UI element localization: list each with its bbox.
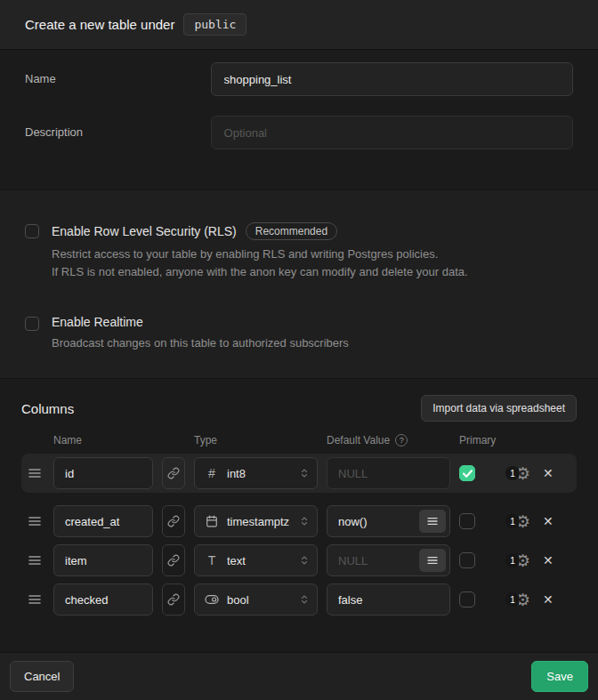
column-type-value: int8: [227, 467, 291, 480]
dialog-footer: Cancel Save: [0, 652, 598, 700]
column-settings-button[interactable]: 1 ⚙: [505, 591, 530, 608]
header-primary: Primary: [459, 434, 497, 447]
rls-checkbox[interactable]: [25, 224, 39, 238]
drag-handle-icon[interactable]: [28, 594, 44, 605]
settings-count-badge: 1: [505, 553, 520, 567]
default-value-input[interactable]: [327, 584, 449, 615]
remove-column-button[interactable]: ✕: [541, 591, 555, 607]
dialog-title: Create a new table under: [25, 17, 174, 32]
drag-handle-icon[interactable]: [28, 555, 44, 566]
table-name-input[interactable]: [211, 62, 573, 96]
drag-handle-icon[interactable]: [28, 516, 44, 527]
header-default-value: Default Value: [327, 434, 390, 447]
default-value-field: [327, 583, 450, 616]
realtime-toggle-block: Enable Realtime Broadcast changes on thi…: [25, 315, 573, 352]
description-label: Description: [25, 116, 211, 139]
schema-badge: public: [183, 13, 246, 36]
columns-header-row: Name Type Default Value ? Primary: [21, 434, 577, 447]
toggle-icon: [205, 594, 219, 605]
realtime-copy: Enable Realtime Broadcast changes on thi…: [52, 315, 573, 352]
rls-label: Enable Row Level Security (RLS): [52, 224, 237, 238]
chevrons-updown-icon: [299, 593, 310, 606]
text-icon: T: [205, 553, 219, 567]
check-icon: [463, 470, 473, 478]
chevrons-updown-icon: [299, 554, 310, 567]
drag-handle-icon[interactable]: [28, 468, 44, 479]
column-row-id: # int8 1 ⚙ ✕: [21, 454, 577, 493]
column-name-input[interactable]: [53, 544, 153, 576]
column-row-item: T text 1 ⚙ ✕: [21, 544, 577, 576]
column-type-select[interactable]: bool: [194, 583, 318, 616]
realtime-checkbox[interactable]: [25, 317, 39, 331]
column-row-checked: bool 1 ⚙ ✕: [21, 583, 577, 616]
column-name-input[interactable]: [53, 583, 153, 616]
primary-checkbox[interactable]: [459, 465, 475, 481]
create-table-dialog: Create a new table under public Name Des…: [0, 0, 598, 700]
foreign-key-button[interactable]: [162, 544, 185, 576]
column-type-select[interactable]: timestamptz: [194, 505, 318, 537]
column-name-input[interactable]: [53, 505, 153, 537]
default-value-picker-button[interactable]: [419, 549, 446, 572]
link-icon: [167, 554, 180, 567]
column-type-select[interactable]: # int8: [194, 457, 318, 489]
settings-count-badge: 1: [505, 592, 520, 607]
default-value-field: [327, 544, 450, 576]
default-value-field: [327, 505, 450, 537]
rls-description-line1: Restrict access to your table by enablin…: [52, 245, 573, 263]
chevrons-updown-icon: [299, 515, 310, 527]
recommended-badge: Recommended: [246, 222, 337, 240]
header-name: Name: [53, 434, 153, 447]
list-icon: [427, 517, 438, 526]
foreign-key-button[interactable]: [162, 583, 185, 616]
row-actions: 1 ⚙ ✕: [505, 465, 570, 482]
rls-copy: Enable Row Level Security (RLS) Recommen…: [52, 222, 573, 281]
primary-checkbox[interactable]: [459, 591, 475, 607]
column-type-value: text: [227, 554, 291, 567]
column-type-value: timestamptz: [227, 515, 291, 528]
header-type: Type: [194, 434, 318, 447]
column-type-value: bool: [227, 593, 291, 607]
foreign-key-button[interactable]: [162, 457, 185, 489]
column-settings-button[interactable]: 1 ⚙: [505, 513, 530, 530]
realtime-label: Enable Realtime: [52, 315, 143, 329]
link-icon: [167, 593, 180, 606]
description-row: Description: [25, 116, 573, 149]
primary-checkbox[interactable]: [459, 513, 475, 529]
link-icon: [167, 467, 180, 479]
rls-toggle-block: Enable Row Level Security (RLS) Recommen…: [25, 222, 573, 281]
help-icon[interactable]: ?: [395, 434, 408, 447]
settings-count-badge: 1: [505, 466, 520, 480]
columns-title: Columns: [21, 401, 74, 416]
row-actions: 1 ⚙ ✕: [505, 552, 570, 569]
table-description-input[interactable]: [211, 116, 573, 149]
settings-count-badge: 1: [505, 514, 520, 528]
default-value-input: [327, 458, 449, 488]
primary-checkbox[interactable]: [459, 552, 475, 568]
calendar-icon: [205, 515, 219, 527]
default-value-field: [327, 457, 450, 489]
foreign-key-button[interactable]: [162, 505, 185, 537]
row-actions: 1 ⚙ ✕: [505, 513, 570, 530]
remove-column-button[interactable]: ✕: [541, 465, 555, 481]
table-details-section: Name Description: [0, 49, 598, 189]
column-type-select[interactable]: T text: [194, 544, 318, 576]
default-value-picker-button[interactable]: [419, 510, 446, 533]
column-settings-button[interactable]: 1 ⚙: [505, 465, 530, 482]
chevrons-updown-icon: [299, 467, 310, 479]
column-settings-button[interactable]: 1 ⚙: [505, 552, 530, 569]
column-row-created-at: timestamptz 1 ⚙ ✕: [21, 505, 577, 537]
link-icon: [167, 515, 180, 527]
import-spreadsheet-button[interactable]: Import data via spreadsheet: [421, 395, 577, 422]
remove-column-button[interactable]: ✕: [541, 513, 555, 529]
list-icon: [427, 556, 438, 565]
table-options-section: Enable Row Level Security (RLS) Recommen…: [0, 189, 598, 378]
cancel-button[interactable]: Cancel: [10, 661, 74, 692]
name-row: Name: [25, 62, 573, 96]
hash-icon: #: [205, 466, 219, 480]
name-label: Name: [25, 62, 211, 85]
column-name-input[interactable]: [53, 457, 153, 489]
remove-column-button[interactable]: ✕: [541, 552, 555, 568]
save-button[interactable]: Save: [531, 661, 588, 692]
dialog-header: Create a new table under public: [0, 0, 598, 49]
columns-section: Columns Import data via spreadsheet Name…: [0, 378, 598, 652]
